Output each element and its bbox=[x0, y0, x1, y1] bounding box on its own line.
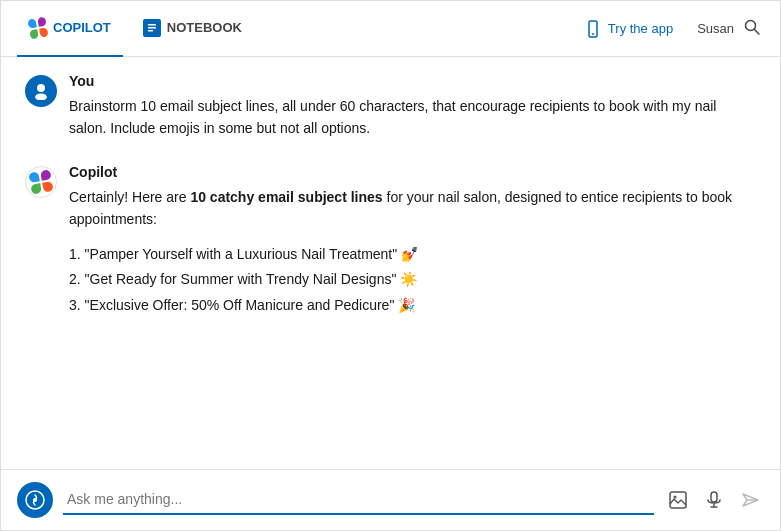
list-num: 2. bbox=[69, 271, 85, 287]
input-copilot-avatar bbox=[17, 482, 53, 518]
header: COPILOT NOTEBOOK Try the app Susan bbox=[1, 1, 780, 57]
chat-input-wrapper bbox=[63, 485, 654, 515]
subject-lines-list: 1. "Pamper Yourself with a Luxurious Nai… bbox=[69, 243, 756, 318]
mic-icon bbox=[704, 490, 724, 510]
copilot-sender-label: Copilot bbox=[69, 164, 756, 180]
user-message-content: You Brainstorm 10 email subject lines, a… bbox=[69, 73, 756, 140]
list-num: 3. bbox=[69, 297, 85, 313]
list-text: "Exclusive Offer: 50% Off Manicure and P… bbox=[85, 297, 416, 313]
notebook-tab-icon bbox=[143, 19, 161, 37]
copilot-avatar bbox=[25, 166, 57, 198]
user-message-text: Brainstorm 10 email subject lines, all u… bbox=[69, 95, 756, 140]
tab-notebook[interactable]: NOTEBOOK bbox=[131, 1, 254, 57]
send-icon bbox=[740, 490, 760, 510]
list-text: "Pamper Yourself with a Luxurious Nail T… bbox=[85, 246, 419, 262]
input-area bbox=[1, 469, 780, 530]
copilot-tab-icon bbox=[29, 19, 47, 37]
svg-point-9 bbox=[35, 94, 47, 101]
svg-point-11 bbox=[33, 498, 37, 502]
try-app-button[interactable]: Try the app bbox=[576, 16, 681, 42]
svg-rect-14 bbox=[711, 492, 717, 502]
copilot-message-content: Copilot Certainly! Here are 10 catchy em… bbox=[69, 164, 756, 320]
copilot-tab-label: COPILOT bbox=[53, 20, 111, 35]
list-item: 2. "Get Ready for Summer with Trendy Nai… bbox=[69, 268, 756, 292]
mic-button[interactable] bbox=[700, 488, 728, 512]
svg-rect-3 bbox=[148, 30, 153, 32]
search-icon bbox=[744, 19, 760, 35]
user-section: Susan bbox=[697, 15, 764, 43]
svg-point-8 bbox=[37, 84, 45, 92]
header-right: Try the app Susan bbox=[576, 15, 764, 43]
user-message-block: You Brainstorm 10 email subject lines, a… bbox=[25, 73, 756, 140]
list-num: 1. bbox=[69, 246, 85, 262]
tab-copilot[interactable]: COPILOT bbox=[17, 1, 123, 57]
list-text: "Get Ready for Summer with Trendy Nail D… bbox=[85, 271, 418, 287]
try-app-label: Try the app bbox=[608, 21, 673, 36]
list-item: 3. "Exclusive Offer: 50% Off Manicure an… bbox=[69, 294, 756, 318]
copilot-intro-bold: 10 catchy email subject lines bbox=[190, 189, 382, 205]
search-button[interactable] bbox=[740, 15, 764, 43]
phone-icon bbox=[584, 20, 602, 38]
user-avatar bbox=[25, 75, 57, 107]
chat-area: You Brainstorm 10 email subject lines, a… bbox=[1, 57, 780, 469]
svg-point-13 bbox=[674, 496, 677, 499]
copilot-intro-text: Certainly! Here are 10 catchy email subj… bbox=[69, 186, 756, 231]
user-name: Susan bbox=[697, 21, 734, 36]
nav-tabs: COPILOT NOTEBOOK bbox=[17, 1, 576, 57]
svg-rect-2 bbox=[148, 27, 156, 29]
copilot-message-block: Copilot Certainly! Here are 10 catchy em… bbox=[25, 164, 756, 320]
send-button[interactable] bbox=[736, 488, 764, 512]
notebook-tab-label: NOTEBOOK bbox=[167, 20, 242, 35]
chat-input[interactable] bbox=[67, 491, 650, 507]
svg-rect-1 bbox=[148, 24, 156, 26]
copilot-intro-before: Certainly! Here are bbox=[69, 189, 190, 205]
image-input-button[interactable] bbox=[664, 488, 692, 512]
user-sender-label: You bbox=[69, 73, 756, 89]
list-item: 1. "Pamper Yourself with a Luxurious Nai… bbox=[69, 243, 756, 267]
svg-line-7 bbox=[755, 29, 760, 34]
svg-point-5 bbox=[592, 33, 594, 35]
input-action-buttons bbox=[664, 488, 764, 512]
image-icon bbox=[668, 490, 688, 510]
